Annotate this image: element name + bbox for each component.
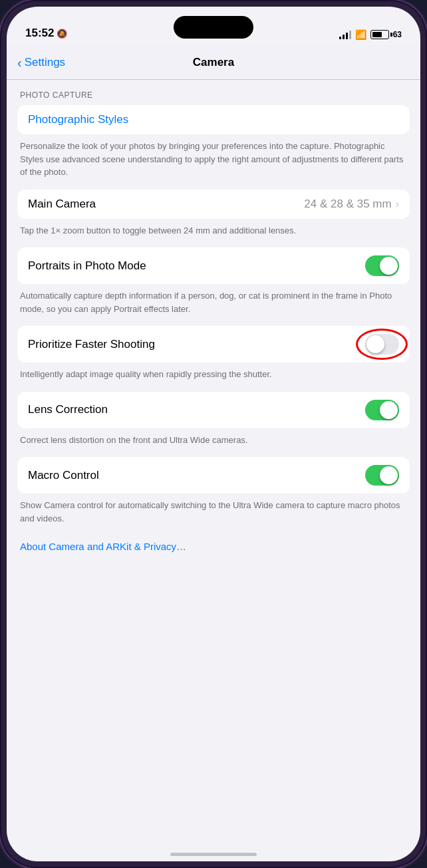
screen: 15:52 🔕 📶 63 [7,7,420,861]
macro-control-description: Show Camera control for automatically sw… [7,494,420,535]
lens-correction-toggle-thumb [380,401,398,419]
lens-correction-card: Lens Correction [17,392,410,428]
back-label: Settings [25,56,65,69]
portraits-description: Automatically capture depth information … [7,284,420,326]
lens-correction-toggle[interactable] [365,400,399,420]
page-title: Camera [193,56,234,69]
signal-bar-3 [346,33,348,39]
faster-shooting-toggle[interactable] [365,334,399,355]
phone-shell: 15:52 🔕 📶 63 [0,0,427,868]
signal-bar-1 [339,37,341,39]
signal-bar-4 [349,31,351,39]
faster-shooting-card: Prioritize Faster Shooting [17,326,410,362]
status-time: 15:52 🔕 [25,27,67,40]
back-button[interactable]: ‹ Settings [17,56,65,69]
privacy-section: About Camera and ARKit & Privacy… [7,535,420,566]
macro-control-card: Macro Control [17,457,410,494]
faster-shooting-item[interactable]: Prioritize Faster Shooting [17,326,410,362]
chevron-icon: › [396,198,399,210]
main-camera-description: Tap the 1× zoom button to toggle between… [7,219,420,248]
main-camera-item[interactable]: Main Camera 24 & 28 & 35 mm › [17,190,410,219]
lens-correction-item[interactable]: Lens Correction [17,392,410,428]
photographic-styles-label: Photographic Styles [28,113,128,126]
silent-icon: 🔕 [57,29,67,39]
photographic-styles-description: Personalize the look of your photos by b… [7,134,420,190]
photographic-styles-card: Photographic Styles [17,105,410,134]
photo-capture-header: PHOTO CAPTURE [7,90,420,105]
content-area[interactable]: PHOTO CAPTURE Photographic Styles Person… [7,80,420,861]
portraits-label: Portraits in Photo Mode [28,259,146,273]
portraits-toggle[interactable] [365,255,399,276]
privacy-link[interactable]: About Camera and ARKit & Privacy… [20,541,186,552]
photographic-styles-item[interactable]: Photographic Styles [17,105,410,134]
dynamic-island [174,16,253,39]
main-camera-value: 24 & 28 & 35 mm › [304,198,399,211]
main-camera-label: Main Camera [28,198,96,211]
status-icons: 📶 63 [339,29,402,40]
battery-tip [390,33,392,37]
signal-bar-2 [343,35,345,39]
main-camera-value-text: 24 & 28 & 35 mm [304,198,391,211]
home-indicator [170,853,257,856]
portraits-item[interactable]: Portraits in Photo Mode [17,247,410,284]
time-display: 15:52 [25,27,54,40]
faster-shooting-toggle-thumb [366,335,384,353]
faster-shooting-label: Prioritize Faster Shooting [28,338,155,351]
faster-shooting-toggle-container [365,334,399,355]
wifi-icon: 📶 [355,29,366,40]
battery-icon: 63 [370,30,402,39]
macro-control-toggle-thumb [380,466,398,484]
back-arrow-icon: ‹ [17,56,22,69]
nav-bar: ‹ Settings Camera [7,45,420,80]
battery-text: 63 [393,30,402,39]
battery-fill [372,32,382,37]
main-camera-card: Main Camera 24 & 28 & 35 mm › [17,190,410,219]
macro-control-item[interactable]: Macro Control [17,457,410,494]
macro-control-label: Macro Control [28,469,99,482]
faster-shooting-description: Intelligently adapt image quality when r… [7,362,420,392]
lens-correction-label: Lens Correction [28,403,108,416]
battery-body [370,30,389,39]
portraits-toggle-thumb [380,257,398,275]
portraits-card: Portraits in Photo Mode [17,247,410,284]
macro-control-toggle[interactable] [365,465,399,486]
lens-correction-description: Correct lens distortion on the front and… [7,428,420,458]
signal-bars [339,30,351,39]
